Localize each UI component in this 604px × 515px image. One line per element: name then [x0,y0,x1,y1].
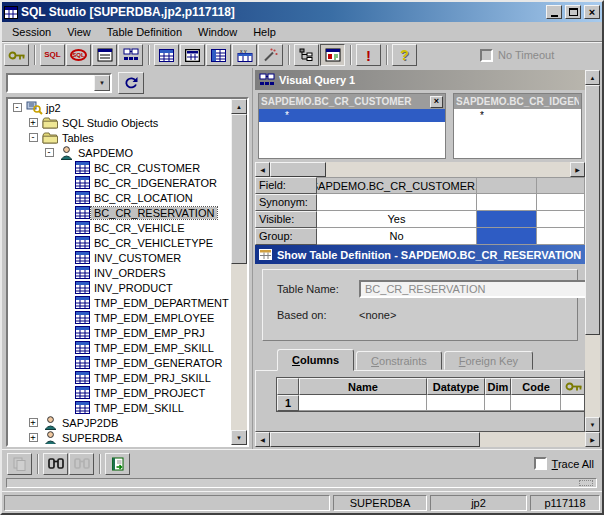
scroll-track[interactable] [231,264,247,430]
query-table-titlebar[interactable]: SAPDEMO.BC_CR_CUSTOMER× [259,94,445,109]
minimize-button[interactable] [546,5,562,19]
columns-grid-cell[interactable] [299,395,427,411]
tree-item-superdba[interactable]: SUPERDBA [59,432,126,444]
table-name-input[interactable]: BC_CR_RESERVATION [359,280,585,298]
tree-item-inv-customer[interactable]: INV_CUSTOMER [91,252,184,264]
workspace-horizontal-scrollbar[interactable]: ◀ ▶ [255,432,600,447]
query-grid-cell[interactable]: Yes [317,211,477,228]
maximize-button[interactable] [565,5,581,19]
collapse-icon[interactable]: - [45,148,54,157]
scroll-right-button[interactable]: ▶ [570,162,585,177]
output-window-button[interactable] [320,44,345,66]
expand-icon[interactable]: + [29,118,38,127]
filter-combobox[interactable]: ▼ [6,73,112,93]
tree-item-sql-studio-objects[interactable]: SQL Studio Objects [59,117,161,129]
menu-table-definition[interactable]: Table Definition [99,24,190,40]
scroll-left-button[interactable]: ◀ [255,162,270,177]
expand-icon[interactable]: + [29,418,38,427]
show-log-button[interactable] [105,453,130,475]
scroll-thumb[interactable] [585,85,600,335]
tree-item-bc-cr-reservation[interactable]: BC_CR_RESERVATION [91,207,217,219]
refresh-button[interactable] [118,72,144,94]
scroll-track[interactable] [326,162,570,177]
menu-help[interactable]: Help [245,24,284,40]
query-column-item[interactable]: * [259,109,445,122]
tree-item-sapdemo[interactable]: SAPDEMO [75,147,136,159]
tree-list-button[interactable] [294,44,319,66]
collapse-icon[interactable]: - [29,133,38,142]
tree-scrollbar[interactable]: ▲ ▼ [231,99,247,445]
columns-grid-cell[interactable] [485,395,511,411]
scroll-thumb[interactable] [270,162,326,177]
tree-item-jp2[interactable]: jp2 [43,102,64,114]
no-timeout-checkbox[interactable] [480,49,493,62]
show-table-definition-titlebar[interactable]: Show Table Definition - SAPDEMO.BC_CR_RE… [255,245,585,264]
scroll-down-button[interactable]: ▼ [231,430,247,445]
tree-item-bc-cr-vehicletype[interactable]: BC_CR_VEHICLETYPE [91,237,216,249]
tree-item-tmp-edm-employee[interactable]: TMP_EDM_EMPLOYEE [91,312,217,324]
tree-item-sapjp2db[interactable]: SAPJP2DB [59,417,121,429]
scroll-down-button[interactable]: ▼ [585,417,600,432]
columns-grid-cell[interactable] [561,395,585,411]
combobox-dropdown-button[interactable]: ▼ [94,75,110,91]
tree-item-tmp-edm-project[interactable]: TMP_EDM_PROJECT [91,387,208,399]
tree-item-inv-product[interactable]: INV_PRODUCT [91,282,176,294]
trace-all-checkbox[interactable] [534,457,547,470]
query-grid-cell[interactable]: SAPDEMO.BC_CR_CUSTOMER.* [317,177,477,194]
tree-item-bc-cr-customer[interactable]: BC_CR_CUSTOMER [91,162,203,174]
visual-query-titlebar[interactable]: Visual Query 1 [255,70,585,90]
query-grid-cell[interactable]: No [317,228,477,245]
scroll-thumb[interactable] [270,432,480,447]
expand-icon[interactable]: + [29,433,38,442]
tree-item-tmp-edm-emp-prj[interactable]: TMP_EDM_EMP_PRJ [91,327,208,339]
tab-columns[interactable]: Columns [277,349,354,371]
query-horizontal-scrollbar[interactable]: ◀ ▶ [255,162,585,177]
show-table-definition-button[interactable] [180,44,205,66]
menu-window[interactable]: Window [190,24,245,40]
tree-item-tables[interactable]: Tables [59,132,97,144]
query-grid-cell[interactable] [477,177,537,194]
menu-view[interactable]: View [59,24,99,40]
visual-query-button[interactable] [118,44,143,66]
find-button[interactable] [43,453,68,475]
scroll-right-button[interactable]: ▶ [585,432,600,447]
close-icon[interactable]: × [430,96,443,108]
tree-item-bc-cr-idgenerator[interactable]: BC_CR_IDGENERATOR [91,177,220,189]
wizard-button[interactable] [258,44,283,66]
scroll-track[interactable] [585,335,600,417]
close-button[interactable]: × [584,5,600,19]
query-grid-cell[interactable] [537,194,585,211]
sql-query-button[interactable]: SQL [66,44,91,66]
columns-grid-cell[interactable] [511,395,561,411]
tree-item-tmp-edm-department[interactable]: TMP_EDM_DEPARTMENT [91,297,230,309]
help-button[interactable]: ? [392,44,417,66]
stop-button[interactable]: ! [356,44,381,66]
query-grid-cell[interactable] [477,194,537,211]
tree-item-inv-orders[interactable]: INV_ORDERS [91,267,169,279]
scroll-up-button[interactable]: ▲ [231,99,247,114]
sql-dialog-button[interactable]: SQL [40,44,65,66]
tree-item-tmp-edm-emp-skill[interactable]: TMP_EDM_EMP_SKILL [91,342,217,354]
query-grid-cell[interactable] [537,177,585,194]
table-statistics-button[interactable]: x y [232,44,257,66]
scroll-left-button[interactable]: ◀ [255,432,270,447]
scroll-track[interactable] [480,432,585,447]
copy-button[interactable] [7,453,32,475]
query-grid-cell[interactable] [317,194,477,211]
query-grid-cell[interactable] [477,211,537,228]
scroll-up-button[interactable]: ▲ [585,70,600,85]
table-content-button[interactable] [206,44,231,66]
query-grid-cell[interactable] [537,228,585,245]
menu-session[interactable]: Session [4,24,59,40]
find-next-button[interactable] [69,453,94,475]
query-grid-cell[interactable] [477,228,537,245]
window-list-button[interactable] [92,44,117,66]
columns-grid-cell[interactable] [427,395,485,411]
tree-item-tmp-edm-prj-skill[interactable]: TMP_EDM_PRJ_SKILL [91,372,214,384]
query-table-titlebar[interactable]: SAPDEMO.BC_CR_IDGENE [454,94,581,109]
tree-item-tmp-edm-generator[interactable]: TMP_EDM_GENERATOR [91,357,226,369]
collapse-icon[interactable]: - [13,103,22,112]
query-grid-cell[interactable] [537,211,585,228]
workspace-vertical-scrollbar[interactable]: ▲ ▼ [585,70,600,432]
connect-button[interactable] [4,44,29,66]
